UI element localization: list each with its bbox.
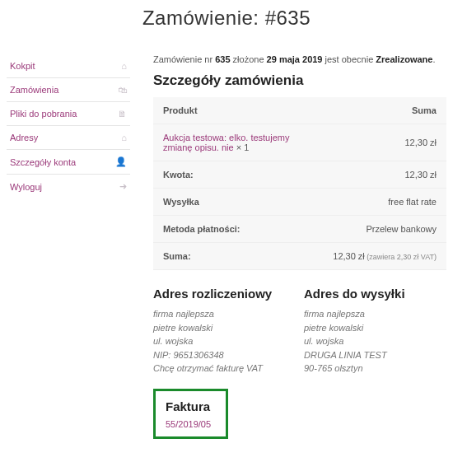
product-link[interactable]: Aukcja testowa: elko. testujemy zmianę o…	[163, 133, 289, 152]
sidebar-item-addresses[interactable]: Adresy ⌂	[7, 126, 130, 150]
sidebar-label: Wyloguj	[10, 182, 42, 192]
col-product: Produkt	[153, 97, 323, 124]
invoice-heading: Faktura	[166, 399, 211, 413]
sidebar-label: Zamówienia	[10, 85, 58, 95]
row-kwota: Kwota: 12,30 zł	[153, 161, 446, 189]
col-sum: Suma	[323, 97, 446, 124]
product-price: 12,30 zł	[323, 124, 446, 161]
logout-icon: ➜	[119, 181, 127, 192]
sidebar-label: Pliki do pobrania	[10, 109, 77, 119]
page-title: Zamówienie: #635	[0, 0, 453, 54]
sidebar-label: Adresy	[10, 133, 38, 142]
order-status-line: Zamówienie nr 635 złożone 29 maja 2019 j…	[153, 54, 446, 64]
sidebar-item-orders[interactable]: Zamówienia 🛍	[7, 78, 130, 102]
shipping-address: Adres do wysyłki firma najlepsza pietre …	[304, 282, 446, 376]
addresses-icon: ⌂	[121, 133, 127, 142]
row-shipping: Wysyłka free flat rate	[153, 189, 446, 216]
downloads-icon: 🗎	[118, 109, 127, 119]
sidebar-label: Kokpit	[10, 61, 35, 71]
sidebar-item-downloads[interactable]: Pliki do pobrania 🗎	[7, 102, 130, 126]
dashboard-icon: ⌂	[121, 61, 127, 71]
account-icon: 👤	[115, 156, 127, 167]
billing-address: Adres rozliczeniowy firma najlepsza piet…	[153, 282, 296, 376]
sidebar-item-account-details[interactable]: Szczegóły konta 👤	[7, 150, 130, 175]
invoice-box: Faktura 55/2019/05	[153, 389, 228, 439]
row-total: Suma: 12,30 zł (zawiera 2,30 zł VAT)	[153, 243, 446, 270]
orders-icon: 🛍	[118, 85, 127, 95]
sidebar-item-logout[interactable]: Wyloguj ➜	[7, 175, 130, 198]
order-details-table: Produkt Suma Aukcja testowa: elko. testu…	[153, 97, 446, 270]
sidebar-item-dashboard[interactable]: Kokpit ⌂	[7, 54, 130, 78]
product-row: Aukcja testowa: elko. testujemy zmianę o…	[153, 124, 446, 161]
invoice-link[interactable]: 55/2019/05	[166, 419, 211, 429]
shipping-heading: Adres do wysyłki	[304, 287, 446, 301]
row-payment-method: Metoda płatności: Przelew bankowy	[153, 216, 446, 243]
order-details-heading: Szczegóły zamówienia	[153, 72, 446, 89]
sidebar-label: Szczegóły konta	[10, 157, 76, 167]
account-sidebar: Kokpit ⌂ Zamówienia 🛍 Pliki do pobrania …	[7, 54, 130, 439]
order-main: Zamówienie nr 635 złożone 29 maja 2019 j…	[130, 54, 446, 439]
addresses-section: Adres rozliczeniowy firma najlepsza piet…	[153, 282, 446, 376]
billing-heading: Adres rozliczeniowy	[153, 287, 296, 301]
